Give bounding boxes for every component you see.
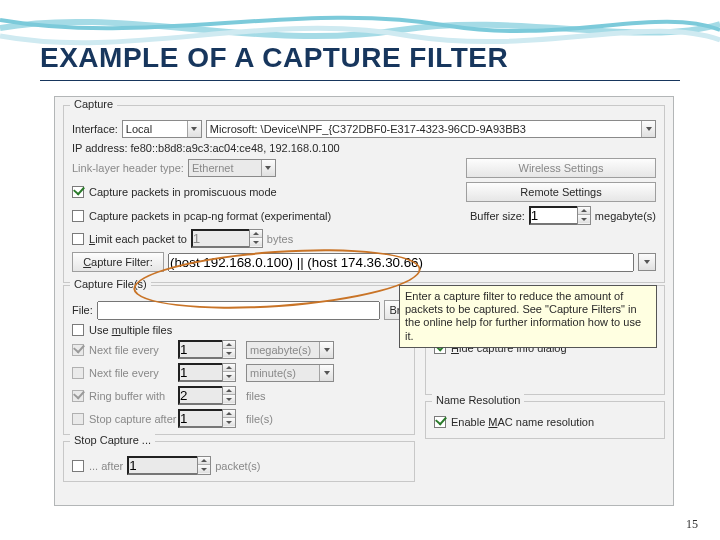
stop-after-packets-stepper bbox=[127, 456, 211, 475]
spin-down-icon bbox=[223, 395, 235, 403]
ring-buffer-label: Ring buffer with bbox=[89, 390, 165, 402]
mac-resolution-label: Enable MAC name resolution bbox=[451, 416, 594, 428]
chevron-down-icon bbox=[319, 365, 333, 381]
device-value: Microsoft: \Device\NPF_{C372DBF0-E317-43… bbox=[210, 123, 526, 135]
multiple-files-checkbox[interactable]: Use multiple files Use multiple files bbox=[72, 324, 172, 336]
pcapng-checkbox[interactable]: Capture packets in pcap-ng format (exper… bbox=[72, 210, 331, 222]
checkbox-icon bbox=[72, 460, 84, 472]
spin-down-icon[interactable] bbox=[578, 215, 590, 223]
capture-group: Capture Interface: Local Microsoft: \Dev… bbox=[63, 105, 665, 283]
wireless-settings-button[interactable]: Wireless Settings bbox=[466, 158, 656, 178]
next-file-time-checkbox: Next file every bbox=[72, 367, 178, 379]
link-layer-label: Link-layer header type: bbox=[72, 162, 184, 174]
chevron-down-icon bbox=[639, 254, 655, 270]
next-file-size-input bbox=[178, 340, 222, 359]
spin-down-icon bbox=[223, 372, 235, 380]
checkbox-icon bbox=[72, 210, 84, 222]
buffer-unit: megabyte(s) bbox=[595, 210, 656, 222]
stop-after-input bbox=[178, 409, 222, 428]
spin-up-icon bbox=[223, 364, 235, 372]
stop-capture-group-label: Stop Capture ... bbox=[70, 434, 155, 446]
next-file-size-stepper bbox=[178, 340, 246, 359]
limit-packet-input bbox=[191, 229, 249, 248]
chevron-down-icon bbox=[261, 160, 275, 176]
checkbox-icon bbox=[72, 324, 84, 336]
next-file-time-label: Next file every bbox=[89, 367, 159, 379]
capture-files-group: Capture File(s) File: Br Use multiple fi… bbox=[63, 285, 415, 435]
name-resolution-label: Name Resolution bbox=[432, 394, 524, 406]
stop-after-checkbox: Stop capture after bbox=[72, 413, 178, 425]
ip-address-label: IP address: fe80::b8d8:a9c3:ac04:ce48, 1… bbox=[72, 142, 340, 154]
file-label: File: bbox=[72, 304, 93, 316]
limit-unit: bytes bbox=[267, 233, 293, 245]
spin-up-icon bbox=[250, 230, 262, 238]
limit-packet-label: Limit each packet to bbox=[89, 233, 187, 245]
interface-label: Interface: bbox=[72, 123, 118, 135]
spin-down-icon bbox=[223, 349, 235, 357]
chevron-down-icon bbox=[641, 121, 655, 137]
checkbox-icon bbox=[72, 390, 84, 402]
mac-resolution-checkbox[interactable]: Enable MAC name resolution Enable MAC na… bbox=[434, 416, 594, 428]
slide-title: EXAMPLE OF A CAPTURE FILTER bbox=[40, 42, 508, 74]
next-file-time-stepper bbox=[178, 363, 246, 382]
capture-filter-button-label: Capture Filter: bbox=[83, 256, 153, 268]
capture-filter-dropdown[interactable] bbox=[638, 253, 656, 271]
next-file-time-unit: minute(s) bbox=[246, 364, 334, 382]
spin-up-icon bbox=[223, 410, 235, 418]
chevron-down-icon bbox=[319, 342, 333, 358]
capture-filter-button[interactable]: Capture Filter: Capture Filter: bbox=[72, 252, 164, 272]
spin-down-icon bbox=[223, 418, 235, 426]
buffer-size-input[interactable] bbox=[529, 206, 577, 225]
dialog-panel: Capture Interface: Local Microsoft: \Dev… bbox=[54, 96, 674, 506]
buffer-size-stepper[interactable] bbox=[529, 206, 591, 225]
capture-filter-input[interactable] bbox=[168, 253, 634, 272]
link-layer-value: Ethernet bbox=[192, 162, 234, 174]
spin-up-icon bbox=[198, 457, 210, 465]
ring-buffer-checkbox: Ring buffer with bbox=[72, 390, 178, 402]
spin-up-icon bbox=[223, 387, 235, 395]
checkbox-icon bbox=[72, 413, 84, 425]
limit-packet-stepper bbox=[191, 229, 263, 248]
title-divider bbox=[40, 80, 680, 81]
stop-after-stepper bbox=[178, 409, 246, 428]
stop-after-packets-unit: packet(s) bbox=[215, 460, 260, 472]
limit-packet-checkbox[interactable]: Limit each packet to Limit each packet t… bbox=[72, 233, 187, 245]
ring-buffer-input bbox=[178, 386, 222, 405]
capture-filter-tooltip: Enter a capture filter to reduce the amo… bbox=[399, 285, 657, 348]
next-file-time-input bbox=[178, 363, 222, 382]
link-layer-combo: Ethernet bbox=[188, 159, 276, 177]
device-combo[interactable]: Microsoft: \Device\NPF_{C372DBF0-E317-43… bbox=[206, 120, 656, 138]
promiscuous-label: Capture packets in promiscuous mode bbox=[89, 186, 277, 198]
interface-combo[interactable]: Local bbox=[122, 120, 202, 138]
stop-after-label: Stop capture after bbox=[89, 413, 176, 425]
capture-group-label: Capture bbox=[70, 98, 117, 110]
checkbox-icon bbox=[72, 186, 84, 198]
buffer-label: Buffer size: bbox=[470, 210, 525, 222]
remote-settings-button[interactable]: Remote Settings bbox=[466, 182, 656, 202]
ring-buffer-unit: files bbox=[246, 390, 336, 402]
chevron-down-icon bbox=[187, 121, 201, 137]
spin-up-icon[interactable] bbox=[578, 207, 590, 215]
pcapng-label: Capture packets in pcap-ng format (exper… bbox=[89, 210, 331, 222]
checkbox-icon bbox=[72, 367, 84, 379]
name-resolution-group: Name Resolution Enable MAC name resoluti… bbox=[425, 401, 665, 439]
spin-down-icon bbox=[250, 238, 262, 246]
checkbox-icon bbox=[72, 344, 84, 356]
file-input[interactable] bbox=[97, 301, 380, 320]
next-file-size-label: Next file every bbox=[89, 344, 159, 356]
stop-after-packets-label: ... after bbox=[89, 460, 123, 472]
spin-down-icon bbox=[198, 465, 210, 473]
interface-value: Local bbox=[126, 123, 152, 135]
files-group-label: Capture File(s) bbox=[70, 278, 151, 290]
checkbox-icon bbox=[72, 233, 84, 245]
page-number: 15 bbox=[686, 517, 698, 532]
next-file-size-checkbox: Next file every bbox=[72, 344, 178, 356]
stop-after-unit: file(s) bbox=[246, 413, 336, 425]
next-file-size-unit: megabyte(s) bbox=[246, 341, 334, 359]
spin-up-icon bbox=[223, 341, 235, 349]
stop-after-packets-checkbox[interactable]: ... after bbox=[72, 460, 123, 472]
ring-buffer-stepper bbox=[178, 386, 246, 405]
stop-capture-group: Stop Capture ... ... after packet(s) bbox=[63, 441, 415, 482]
promiscuous-checkbox[interactable]: Capture packets in promiscuous mode bbox=[72, 186, 277, 198]
stop-after-packets-input bbox=[127, 456, 197, 475]
